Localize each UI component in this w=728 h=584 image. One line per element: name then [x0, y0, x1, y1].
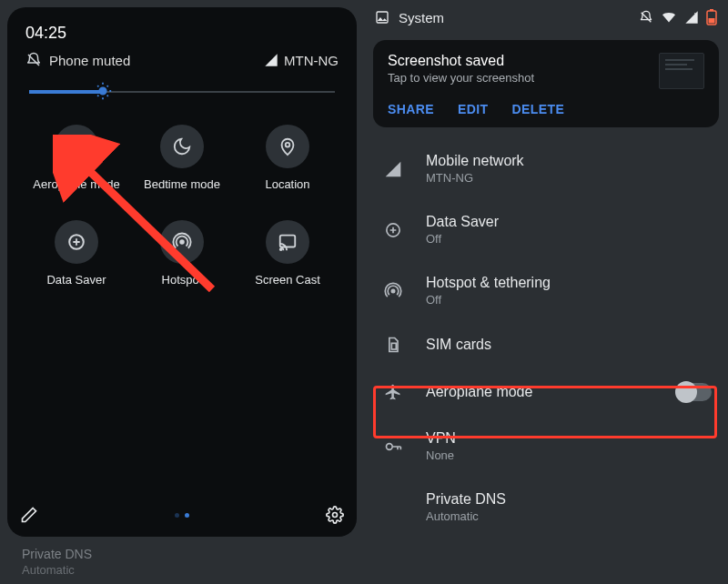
- tile-label: Aeroplane mode: [33, 177, 119, 191]
- qs-tiles: Aeroplane mode Bedtime mode Location Dat…: [20, 125, 344, 287]
- svg-rect-4: [280, 236, 296, 247]
- svg-point-3: [180, 240, 184, 244]
- delete-button[interactable]: DELETE: [512, 102, 565, 116]
- carrier-label: MTN-NG: [284, 53, 339, 68]
- settings-list: Mobile networkMTN-NG Data SaverOff Hotsp…: [364, 138, 728, 538]
- svg-point-16: [387, 443, 393, 449]
- notif-title: Screenshot saved: [388, 53, 534, 69]
- svg-rect-15: [391, 343, 396, 349]
- svg-rect-12: [709, 18, 715, 24]
- dnd-icon: [639, 10, 653, 25]
- status-bar-right: System x: [364, 0, 728, 33]
- battery-icon: [706, 9, 717, 25]
- svg-text:x: x: [694, 11, 697, 16]
- row-hotspot[interactable]: Hotspot & tetheringOff: [364, 260, 728, 321]
- row-data-saver[interactable]: Data SaverOff: [364, 199, 728, 260]
- peek-sub: Automatic: [22, 562, 92, 579]
- row-label: Aeroplane mode: [426, 384, 655, 400]
- status-time: 04:25: [20, 20, 344, 52]
- plane-icon: [66, 136, 86, 156]
- screenshot-thumbnail[interactable]: [659, 53, 704, 89]
- datasaver-icon: [380, 221, 406, 239]
- row-sim-cards[interactable]: SIM cards: [364, 321, 728, 368]
- tile-hotspot[interactable]: Hotspot: [129, 220, 235, 287]
- moon-icon: [172, 136, 192, 156]
- tile-data-saver[interactable]: Data Saver: [24, 220, 129, 287]
- hotspot-icon: [380, 282, 406, 300]
- brightness-slider[interactable]: [29, 79, 335, 105]
- svg-point-14: [391, 289, 394, 292]
- sim-icon: [380, 336, 406, 354]
- edit-button[interactable]: EDIT: [458, 102, 489, 116]
- settings-panel: System x Screenshot saved Tap to view yo…: [364, 0, 728, 584]
- page-indicator: [175, 513, 189, 518]
- row-label: Mobile network: [426, 153, 712, 169]
- row-label: SIM cards: [426, 337, 712, 353]
- row-label: Private DNS: [426, 491, 712, 508]
- row-label: Hotspot & tethering: [426, 275, 712, 291]
- tile-aeroplane-mode[interactable]: Aeroplane mode: [24, 125, 129, 191]
- mute-icon: [25, 52, 42, 68]
- background-row-peek: Private DNS Automatic: [22, 546, 92, 579]
- qs-card: 04:25 Phone muted MTN-NG: [7, 7, 357, 537]
- signal-icon: [264, 53, 278, 67]
- tile-label: Bedtime mode: [144, 177, 220, 191]
- location-icon: [278, 136, 298, 156]
- system-label: System: [399, 10, 444, 25]
- row-sub: Off: [426, 293, 712, 307]
- slider-thumb-icon[interactable]: [93, 81, 113, 101]
- share-button[interactable]: SHARE: [388, 102, 434, 116]
- picture-icon: [375, 10, 389, 25]
- row-mobile-network[interactable]: Mobile networkMTN-NG: [364, 138, 728, 199]
- datasaver-icon: [66, 232, 86, 252]
- tile-label: Location: [265, 177, 309, 191]
- svg-point-5: [280, 248, 282, 250]
- svg-point-1: [286, 143, 290, 147]
- row-sub: MTN-NG: [426, 171, 712, 185]
- signal-x-icon: x: [684, 10, 699, 25]
- aeroplane-toggle[interactable]: [675, 383, 712, 401]
- cast-icon: [278, 232, 298, 252]
- peek-label: Private DNS: [22, 546, 92, 563]
- notif-subtitle: Tap to view your screenshot: [388, 71, 534, 85]
- tile-bedtime-mode[interactable]: Bedtime mode: [129, 125, 235, 191]
- svg-rect-11: [710, 9, 713, 11]
- row-vpn[interactable]: VPNNone: [364, 416, 728, 477]
- row-sub: None: [426, 448, 712, 462]
- row-sub: Off: [426, 232, 712, 246]
- edit-icon[interactable]: [20, 506, 38, 524]
- row-label: Data Saver: [426, 214, 712, 230]
- status-row: Phone muted MTN-NG: [20, 52, 344, 79]
- tile-label: Hotspot: [162, 273, 203, 287]
- quick-settings-panel: 04:25 Phone muted MTN-NG: [0, 0, 364, 584]
- svg-point-0: [99, 87, 106, 94]
- tile-screen-cast[interactable]: Screen Cast: [235, 220, 340, 287]
- svg-point-6: [333, 513, 338, 518]
- tile-label: Data Saver: [46, 273, 106, 287]
- svg-rect-8: [377, 12, 388, 23]
- hotspot-icon: [172, 232, 192, 252]
- row-aeroplane-mode[interactable]: Aeroplane mode: [364, 368, 728, 416]
- plane-icon: [380, 383, 406, 401]
- screenshot-notification[interactable]: Screenshot saved Tap to view your screen…: [373, 40, 719, 127]
- wifi-icon: [661, 11, 677, 24]
- row-private-dns[interactable]: Private DNSAutomatic: [364, 477, 728, 538]
- row-label: VPN: [426, 430, 712, 447]
- settings-icon[interactable]: [326, 506, 344, 524]
- tile-location[interactable]: Location: [235, 125, 340, 191]
- row-sub: Automatic: [426, 509, 712, 523]
- vpn-icon: [380, 438, 406, 456]
- signal-icon: [380, 160, 406, 178]
- mute-label: Phone muted: [49, 53, 130, 68]
- tile-label: Screen Cast: [255, 273, 320, 287]
